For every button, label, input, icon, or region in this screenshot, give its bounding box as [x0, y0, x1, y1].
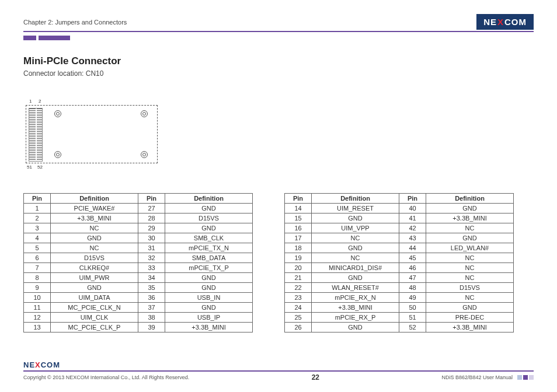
- diagram-pin-label: 1: [29, 99, 37, 104]
- table-row: 25mPCIE_RX_P51PRE-DEC: [285, 313, 514, 323]
- pin-cell: 26: [285, 323, 312, 332]
- pin-cell: 25: [285, 313, 312, 323]
- pin-cell: 47: [399, 273, 426, 283]
- table-row: 2+3.3B_MINI28D15VS: [24, 214, 253, 223]
- definition-cell: USB_IN: [165, 293, 253, 303]
- table-row: 8UIM_PWR34GND: [24, 273, 253, 283]
- pin-cell: 5: [24, 243, 51, 253]
- definition-cell: GND: [312, 214, 399, 223]
- definition-cell: D15VS: [426, 283, 514, 293]
- definition-cell: mPCIE_RX_N: [312, 293, 399, 303]
- connector-diagram: 1 2 51 52: [26, 99, 160, 170]
- definition-cell: NC: [426, 253, 514, 263]
- definition-cell: NC: [426, 293, 514, 303]
- definition-cell: D15VS: [165, 214, 253, 223]
- definition-cell: SMB_CLK: [165, 233, 253, 243]
- pin-cell: 19: [285, 253, 312, 263]
- definition-cell: UIM_VPP: [312, 223, 399, 233]
- pin-cell: 52: [399, 323, 426, 332]
- definition-cell: NC: [426, 223, 514, 233]
- table-row: 16UIM_VPP42NC: [285, 223, 514, 233]
- definition-cell: GND: [312, 323, 399, 332]
- table-header-definition: Definition: [51, 194, 138, 204]
- definition-cell: GND: [51, 283, 138, 293]
- table-row: 9GND35GND: [24, 283, 253, 293]
- table-row: 14UIM_RESET40GND: [285, 204, 514, 214]
- mounting-hole-icon: [141, 110, 148, 117]
- pin-cell: 16: [285, 223, 312, 233]
- definition-cell: GND: [426, 303, 514, 313]
- table-row: 12UIM_CLK38USB_IP: [24, 313, 253, 323]
- definition-cell: NC: [312, 253, 399, 263]
- definition-cell: CLKREQ#: [51, 263, 138, 273]
- table-row: 21GND47NC: [285, 273, 514, 283]
- pin-cell: 8: [24, 273, 51, 283]
- diagram-pin-label: 2: [39, 99, 41, 104]
- table-header-pin: Pin: [285, 194, 312, 204]
- table-row: 22WLAN_RESET#48D15VS: [285, 283, 514, 293]
- table-row: 18GND44LED_WLAN#: [285, 243, 514, 253]
- definition-cell: GND: [426, 204, 514, 214]
- definition-cell: +3.3B_MINI: [426, 323, 514, 332]
- definition-cell: GND: [165, 223, 253, 233]
- pin-cell: 50: [399, 303, 426, 313]
- table-row: 10UIM_DATA36USB_IN: [24, 293, 253, 303]
- table-row: 15GND41+3.3B_MINI: [285, 214, 514, 223]
- section-subtitle: Connector location: CN10: [23, 69, 534, 78]
- pin-cell: 30: [138, 233, 165, 243]
- pin-cell: 12: [24, 313, 51, 323]
- pin-cell: 44: [399, 243, 426, 253]
- definition-cell: +3.3B_MINI: [426, 214, 514, 223]
- pin-cell: 6: [24, 253, 51, 263]
- table-header-definition: Definition: [426, 194, 514, 204]
- pin-cell: 7: [24, 263, 51, 273]
- pin-cell: 17: [285, 233, 312, 243]
- pin-cell: 38: [138, 313, 165, 323]
- definition-cell: mPCIE_TX_N: [165, 243, 253, 253]
- definition-cell: GND: [426, 233, 514, 243]
- pin-cell: 29: [138, 223, 165, 233]
- definition-cell: +3.3B_MINI: [312, 303, 399, 313]
- section-title: Mini-PCIe Connector: [23, 55, 534, 67]
- diagram-pin-label: 51: [27, 164, 37, 170]
- definition-cell: mPCIE_RX_P: [312, 313, 399, 323]
- definition-cell: NC: [426, 263, 514, 273]
- page-number: 22: [312, 373, 319, 382]
- nexcom-logo: NEXCOM: [476, 14, 534, 30]
- pin-cell: 39: [138, 323, 165, 332]
- pin-cell: 2: [24, 214, 51, 223]
- chapter-label: Chapter 2: Jumpers and Connectors: [23, 19, 127, 26]
- definition-cell: PRE-DEC: [426, 313, 514, 323]
- definition-cell: GND: [51, 233, 138, 243]
- footer-decor-icon: [517, 375, 534, 380]
- definition-cell: D15VS: [51, 253, 138, 263]
- table-row: 3NC29GND: [24, 223, 253, 233]
- definition-cell: USB_IP: [165, 313, 253, 323]
- pin-cell: 33: [138, 263, 165, 273]
- table-row: 1PCIE_WAKE#27GND: [24, 204, 253, 214]
- table-row: 11MC_PCIE_CLK_N37GND: [24, 303, 253, 313]
- table-row: 13MC_PCIE_CLK_P39+3.3B_MINI: [24, 323, 253, 332]
- table-row: 17NC43GND: [285, 233, 514, 243]
- pin-cell: 23: [285, 293, 312, 303]
- table-row: 20MINICARD1_DIS#46NC: [285, 263, 514, 273]
- diagram-pad-strip: [29, 108, 43, 162]
- pinout-table-left: Pin Definition Pin Definition 1PCIE_WAKE…: [23, 193, 253, 332]
- definition-cell: NC: [51, 243, 138, 253]
- table-header-definition: Definition: [312, 194, 399, 204]
- definition-cell: WLAN_RESET#: [312, 283, 399, 293]
- table-row: 4GND30SMB_CLK: [24, 233, 253, 243]
- table-row: 7CLKREQ#33mPCIE_TX_P: [24, 263, 253, 273]
- pin-cell: 46: [399, 263, 426, 273]
- pin-cell: 15: [285, 214, 312, 223]
- pin-cell: 10: [24, 293, 51, 303]
- pin-cell: 42: [399, 223, 426, 233]
- definition-cell: UIM_CLK: [51, 313, 138, 323]
- definition-cell: UIM_RESET: [312, 204, 399, 214]
- pin-cell: 36: [138, 293, 165, 303]
- pin-cell: 22: [285, 283, 312, 293]
- definition-cell: +3.3B_MINI: [51, 214, 138, 223]
- definition-cell: GND: [312, 243, 399, 253]
- mounting-hole-icon: [54, 151, 61, 158]
- pin-cell: 45: [399, 253, 426, 263]
